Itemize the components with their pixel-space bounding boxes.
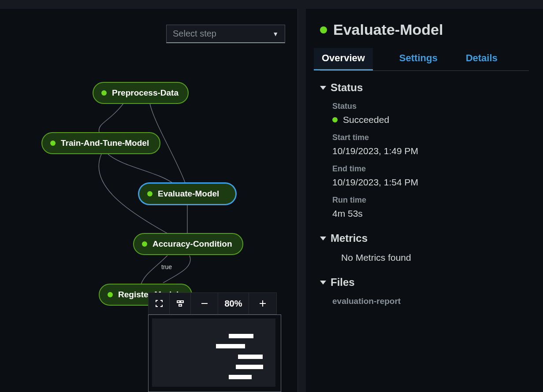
tab-overview[interactable]: Overview xyxy=(314,48,373,70)
edge-label-true: true xyxy=(161,263,172,270)
minimap[interactable] xyxy=(148,314,281,392)
end-time-value: 10/19/2023, 1:54 PM xyxy=(332,177,529,188)
chevron-down-icon xyxy=(320,237,326,240)
tab-details[interactable]: Details xyxy=(464,48,499,70)
node-label: Train-And-Tune-Model xyxy=(61,138,149,148)
file-item[interactable]: evaluation-report xyxy=(332,296,529,306)
node-train-and-tune-model[interactable]: Train-And-Tune-Model xyxy=(41,132,160,154)
start-time-label: Start time xyxy=(332,133,529,142)
status-dot-icon xyxy=(108,292,113,297)
section-files: Files evaluation-report xyxy=(320,276,529,306)
svg-rect-1 xyxy=(181,301,183,303)
status-dot-icon xyxy=(101,90,107,96)
status-dot-icon xyxy=(332,117,338,122)
status-dot-icon xyxy=(147,191,152,196)
node-preprocess-data[interactable]: Preprocess-Data xyxy=(93,82,189,104)
chevron-down-icon xyxy=(320,86,326,90)
zoom-controls: 80% xyxy=(148,292,277,314)
layout-button[interactable] xyxy=(170,292,191,314)
section-title: Status xyxy=(331,81,363,94)
node-label: Accuracy-Condition xyxy=(152,239,232,249)
section-title: Metrics xyxy=(331,232,368,244)
details-panel: Evaluate-Model Overview Settings Details… xyxy=(306,9,543,392)
panel-title: Evaluate-Model xyxy=(333,21,443,38)
chevron-down-icon xyxy=(320,281,326,285)
zoom-value: 80% xyxy=(218,292,249,314)
metrics-empty-message: No Metrics found xyxy=(341,252,529,263)
node-label: Evaluate-Model xyxy=(158,189,219,199)
pipeline-graph-pane: Select step ▼ xyxy=(0,9,298,392)
section-files-header[interactable]: Files xyxy=(320,276,529,288)
status-dot-icon xyxy=(142,241,147,247)
section-title: Files xyxy=(331,276,355,288)
status-label: Status xyxy=(332,102,529,111)
status-dot-icon xyxy=(50,141,56,146)
end-time-label: End time xyxy=(332,164,529,174)
minus-icon xyxy=(200,299,209,308)
svg-rect-0 xyxy=(177,301,180,303)
node-accuracy-condition[interactable]: Accuracy-Condition xyxy=(133,233,243,255)
app-topbar xyxy=(0,0,543,9)
panel-tabs: Overview Settings Details xyxy=(320,48,529,71)
start-time-value: 10/19/2023, 1:49 PM xyxy=(332,146,529,156)
status-value: Succeeded xyxy=(332,115,529,125)
zoom-out-button[interactable] xyxy=(191,292,218,314)
run-time-value: 4m 53s xyxy=(332,208,529,219)
status-dot-icon xyxy=(320,26,327,33)
minimap-viewport xyxy=(156,323,273,384)
section-status-header[interactable]: Status xyxy=(320,81,529,94)
section-metrics-header[interactable]: Metrics xyxy=(320,232,529,244)
plus-icon xyxy=(258,299,268,308)
layout-icon xyxy=(176,299,185,308)
pipeline-graph-canvas[interactable]: true Preprocess-Data Train-And-Tune-Mode… xyxy=(0,9,298,392)
zoom-in-button[interactable] xyxy=(249,292,276,314)
fit-screen-button[interactable] xyxy=(149,292,170,314)
node-evaluate-model[interactable]: Evaluate-Model xyxy=(138,183,236,205)
node-label: Preprocess-Data xyxy=(112,88,179,98)
section-status: Status Status Succeeded Start time 10/19… xyxy=(320,81,529,219)
run-time-label: Run time xyxy=(332,196,529,205)
section-metrics: Metrics No Metrics found xyxy=(320,232,529,263)
tab-settings[interactable]: Settings xyxy=(398,48,439,70)
fullscreen-icon xyxy=(155,299,164,308)
svg-rect-2 xyxy=(179,304,182,306)
